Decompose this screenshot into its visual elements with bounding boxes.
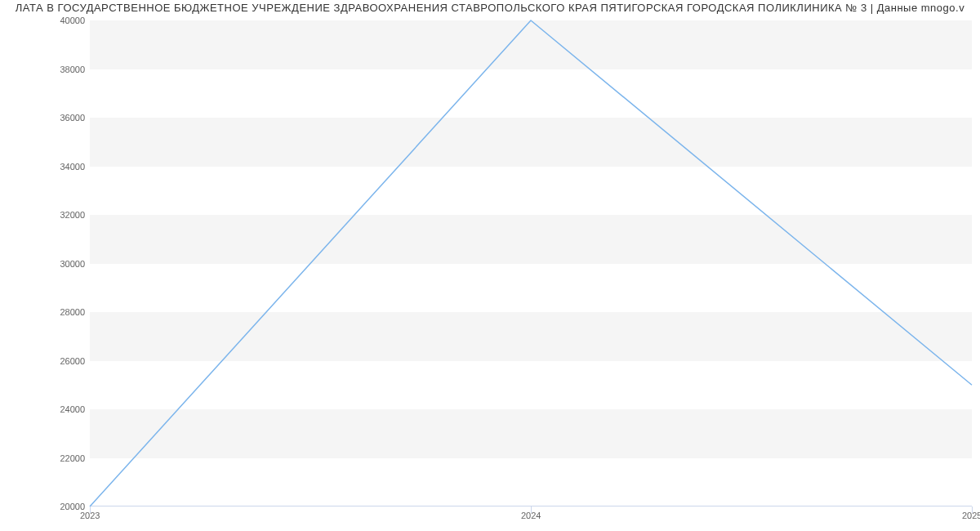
y-tick-label: 24000 bbox=[44, 404, 85, 414]
y-tick-label: 38000 bbox=[44, 65, 85, 74]
y-tick-label: 34000 bbox=[44, 162, 85, 172]
y-tick-label: 40000 bbox=[44, 16, 85, 25]
x-tick-label: 2025 bbox=[962, 511, 980, 520]
y-tick-label: 32000 bbox=[44, 210, 85, 220]
line-series bbox=[90, 20, 972, 506]
y-tick-label: 28000 bbox=[44, 307, 85, 317]
chart-title: ЛАТА В ГОСУДАРСТВЕННОЕ БЮДЖЕТНОЕ УЧРЕЖДЕ… bbox=[0, 2, 980, 14]
x-tick bbox=[531, 506, 532, 513]
y-tick-label: 20000 bbox=[44, 502, 85, 511]
x-tick bbox=[972, 506, 973, 513]
y-tick-label: 30000 bbox=[44, 259, 85, 269]
x-tick bbox=[90, 506, 91, 513]
y-tick-label: 22000 bbox=[44, 453, 85, 463]
y-tick-label: 26000 bbox=[44, 356, 85, 366]
plot-area bbox=[90, 20, 972, 506]
y-tick-label: 36000 bbox=[44, 113, 85, 123]
